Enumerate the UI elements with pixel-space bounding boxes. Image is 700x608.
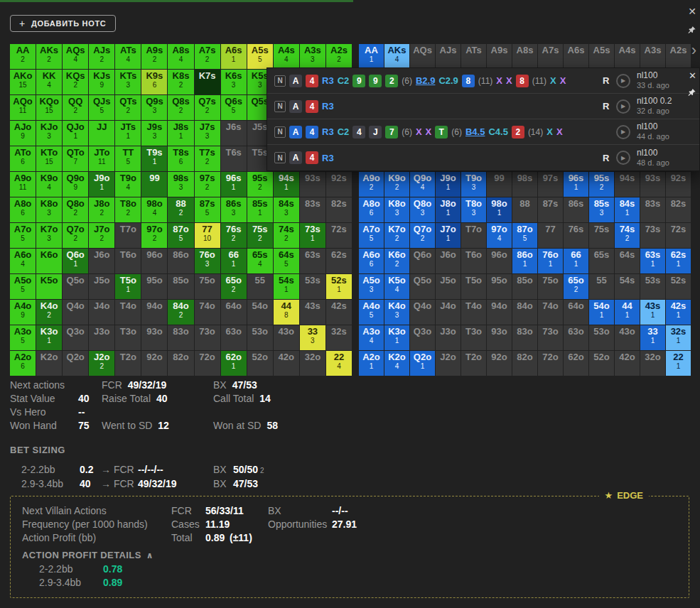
grid-cell-64o[interactable]: 64o [221,300,247,325]
grid-cell-A9s[interactable]: A9s [487,44,512,69]
grid-cell-A9o[interactable]: A9o2 [359,172,384,197]
pin-icon[interactable] [687,26,696,35]
grid-cell-A7s[interactable]: A7s [538,44,563,69]
grid-cell-T9o[interactable]: T9o4 [115,172,141,197]
grid-cell-TT[interactable]: TT5 [115,146,141,171]
grid-cell-85s[interactable]: 85s3 [589,197,614,222]
grid-cell-A8s[interactable]: A8s [512,44,537,69]
grid-cell-53s[interactable]: 53s [640,274,665,299]
hand-history-row[interactable]: NA4R3R▶nl10048 d. ago [267,145,699,170]
grid-cell-65o[interactable]: 65o2 [564,274,588,299]
grid-cell-J9s[interactable]: J9s3 [141,121,167,146]
grid-cell-T4o[interactable]: T4o [461,300,486,325]
grid-cell-J2o[interactable]: J2o2 [89,351,114,376]
hand-history-row[interactable]: NA4R3R▶nl100 0.232 d. ago [267,94,699,119]
grid-cell-64s[interactable]: 64s5 [274,249,299,273]
grid-cell-A9s[interactable]: A9s2 [141,44,167,69]
grid-cell-Q8s[interactable]: Q8s2 [168,95,193,120]
grid-cell-K7o[interactable]: K7o2 [384,223,409,248]
grid-cell-J4o[interactable]: J4o [89,300,114,325]
grid-cell-75o[interactable]: 75o [195,274,220,299]
grid-cell-96o[interactable]: 96o [141,249,167,273]
grid-cell-J6o[interactable]: J6o [89,249,114,273]
grid-cell-74o[interactable]: 74o [195,300,220,325]
grid-cell-93s[interactable]: 93s [300,172,325,197]
grid-cell-65s[interactable]: 65s4 [247,249,273,273]
grid-cell-42o[interactable]: 42o [615,351,640,376]
grid-cell-A8o[interactable]: A8o6 [359,197,384,222]
grid-cell-92s[interactable]: 92s [326,172,352,197]
grid-cell-QQ[interactable]: QQ2 [63,95,88,120]
grid-cell-A5s[interactable]: A5s [589,44,614,69]
grid-cell-A7o[interactable]: A7o5 [359,223,384,248]
grid-cell-K8s[interactable]: K8s2 [168,70,193,94]
grid-cell-95o[interactable]: 95o [487,274,512,299]
popup-close-icon[interactable]: ✕ [689,71,696,80]
grid-cell-Q7o[interactable]: Q7o2 [63,223,88,248]
grid-cell-85s[interactable]: 85s1 [247,197,273,222]
grid-cell-75o[interactable]: 75o [538,274,563,299]
grid-cell-86s[interactable]: 86s [564,197,588,222]
grid-cell-J8o[interactable]: J8o1 [436,197,461,222]
grid-cell-A4o[interactable]: A4o9 [10,300,36,325]
grid-cell-42s[interactable]: 42s [326,300,352,325]
grid-cell-63o[interactable]: 63o [564,325,588,350]
raise-action[interactable]: R3 [322,153,334,163]
grid-cell-43s[interactable]: 43s [300,300,325,325]
grid-cell-65o[interactable]: 65o2 [221,274,247,299]
grid-cell-K2o[interactable]: K2o [36,351,62,376]
grid-cell-A2s[interactable]: A2s2 [326,44,352,69]
grid-cell-53o[interactable]: 53o [247,325,273,350]
grid-cell-94s[interactable]: 94s1 [274,172,299,197]
grid-cell-54o[interactable]: 54o [247,300,273,325]
grid-cell-J3o[interactable]: J3o [89,325,114,350]
hand-history-row[interactable]: NA4R3C24J7(6)XXT(6)B4.5C4.52(14)XX▶nl100… [267,119,699,145]
grid-cell-73s[interactable]: 73s1 [300,223,325,248]
grid-cell-T8o[interactable]: T8o3 [461,197,486,222]
grid-cell-97o[interactable]: 97o2 [141,223,167,248]
raise-action[interactable]: R3 [322,101,334,112]
grid-cell-62s[interactable]: 62s1 [666,249,691,273]
grid-cell-43s[interactable]: 43s1 [640,300,665,325]
grid-cell-K7s[interactable]: K7s [195,70,220,94]
grid-cell-93o[interactable]: 93o [141,325,167,350]
play-hand-button[interactable]: ▶ [616,74,630,88]
grid-cell-J4o[interactable]: J4o [436,300,461,325]
grid-cell-A4o[interactable]: A4o5 [359,300,384,325]
grid-cell-55[interactable]: 55 [589,274,614,299]
popup-pin-icon[interactable] [687,88,696,97]
grid-cell-74o[interactable]: 74o [538,300,563,325]
grid-cell-J6o[interactable]: J6o [436,249,461,273]
grid-cell-AJs[interactable]: AJs2 [89,44,114,69]
grid-cell-33[interactable]: 331 [640,325,665,350]
grid-cell-KTs[interactable]: KTs3 [115,70,141,94]
grid-cell-53o[interactable]: 53o [589,325,614,350]
grid-cell-T9o[interactable]: T9o3 [461,172,486,197]
raise-action[interactable]: R3 [322,126,334,137]
grid-cell-J2o[interactable]: J2o [436,351,461,376]
grid-cell-AKs[interactable]: AKs2 [36,44,62,69]
grid-cell-62o[interactable]: 62o [564,351,588,376]
grid-cell-66[interactable]: 661 [564,249,588,273]
grid-cell-52s[interactable]: 52s1 [326,274,352,299]
grid-cell-77[interactable]: 7710 [195,223,220,248]
grid-cell-44[interactable]: 448 [274,300,299,325]
grid-cell-72s[interactable]: 72s [326,223,352,248]
grid-cell-A3o[interactable]: A3o5 [10,325,36,350]
grid-cell-43o[interactable]: 43o [615,325,640,350]
grid-cell-A6o[interactable]: A6o4 [10,249,36,273]
grid-cell-97s[interactable]: 97s2 [195,172,220,197]
grid-cell-J6s[interactable]: J6s [221,121,247,146]
grid-cell-K6o[interactable]: K6o2 [384,249,409,273]
call-action[interactable]: C2 [338,75,350,86]
grid-cell-92o[interactable]: 92o [487,351,512,376]
grid-cell-83o[interactable]: 83o [168,325,193,350]
grid-cell-A9o[interactable]: A9o11 [10,172,36,197]
grid-cell-A2s[interactable]: A2s [666,44,691,69]
grid-cell-76o[interactable]: 76o1 [538,249,563,273]
grid-cell-98s[interactable]: 98s [512,172,537,197]
grid-cell-84o[interactable]: 84o [512,300,537,325]
grid-cell-A8o[interactable]: A8o6 [10,197,36,222]
grid-cell-84s[interactable]: 84s3 [274,197,299,222]
grid-cell-33[interactable]: 333 [300,325,325,350]
